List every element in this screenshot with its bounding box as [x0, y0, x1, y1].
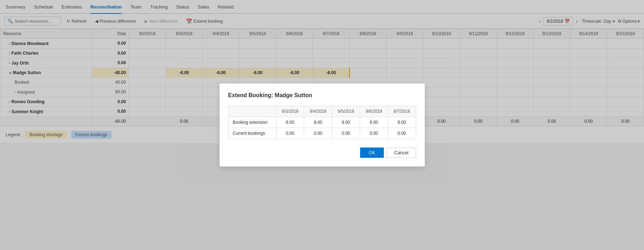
- modal-overlay[interactable]: Extend Booking: Madge Sutton 9/3/2018 9/…: [0, 0, 644, 143]
- modal-col-9-5: 9/5/2018: [332, 106, 360, 117]
- cb-val-3: 0.00: [332, 128, 360, 139]
- cb-val-1: 0.00: [276, 128, 304, 139]
- modal-col-9-6: 9/6/2018: [360, 106, 388, 117]
- modal-current-bookings-row: Current bookings 0.00 0.00 0.00 0.00 0.0…: [228, 128, 416, 139]
- cb-val-4: 0.00: [360, 128, 388, 139]
- booking-extension-label: Booking extension: [228, 117, 276, 128]
- be-val-5: 8.00: [388, 117, 416, 128]
- modal-col-9-3: 9/3/2018: [276, 106, 304, 117]
- modal-col-9-4: 9/4/2018: [304, 106, 332, 117]
- be-val-1: 8.00: [276, 117, 304, 128]
- current-bookings-label: Current bookings: [228, 128, 276, 139]
- extend-booking-modal: Extend Booking: Madge Sutton 9/3/2018 9/…: [219, 83, 425, 143]
- be-val-4: 8.00: [360, 117, 388, 128]
- cb-val-5: 0.00: [388, 128, 416, 139]
- modal-header-row: 9/3/2018 9/4/2018 9/5/2018 9/6/2018 9/7/…: [228, 106, 416, 117]
- modal-title: Extend Booking: Madge Sutton: [228, 92, 416, 99]
- be-val-3: 8.00: [332, 117, 360, 128]
- modal-col-label: [228, 106, 276, 117]
- be-val-2: 8.00: [304, 117, 332, 128]
- modal-col-9-7: 9/7/2018: [388, 106, 416, 117]
- modal-table: 9/3/2018 9/4/2018 9/5/2018 9/6/2018 9/7/…: [228, 106, 416, 139]
- cb-val-2: 0.00: [304, 128, 332, 139]
- modal-booking-extension-row: Booking extension 8.00 8.00 8.00 8.00 8.…: [228, 117, 416, 128]
